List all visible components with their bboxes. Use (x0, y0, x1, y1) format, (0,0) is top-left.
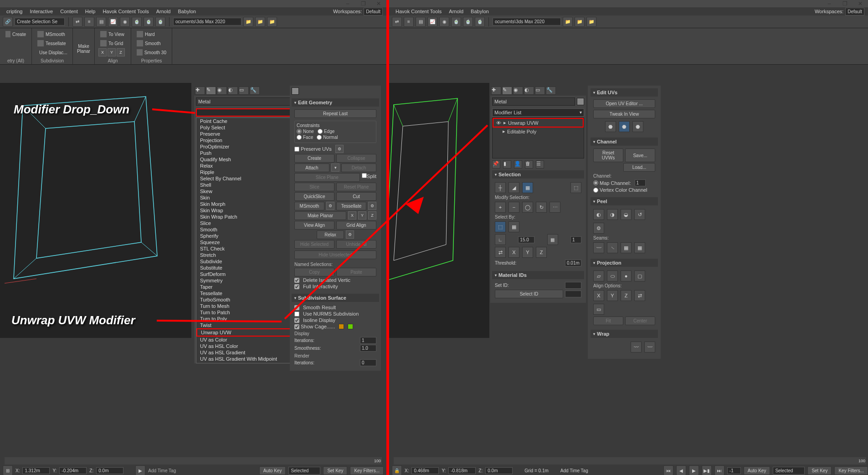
stack-unwrap-uvw[interactable]: 👁 ▸ Unwrap UVW (493, 118, 584, 128)
so-element-icon[interactable]: ⬚ (570, 182, 581, 193)
mirror-x-btn[interactable]: X (508, 247, 519, 258)
smoothness-spinner[interactable] (360, 345, 376, 352)
menu-babylon-r[interactable]: Babylon (468, 9, 492, 14)
add-timetag-right[interactable]: Add Time Tag (560, 468, 588, 473)
preserve-uvs-settings[interactable]: ⚙ (335, 145, 344, 153)
render-prod-icon[interactable]: 🍵 (155, 17, 165, 27)
view-align-btn[interactable]: View Align (294, 221, 334, 230)
seam-convert-icon[interactable]: ▦ (634, 242, 645, 253)
viewport-left[interactable] (0, 83, 191, 338)
preserve-uvs-check[interactable]: Preserve UVs (294, 146, 332, 152)
so-edge-icon[interactable]: ◢ (508, 182, 519, 193)
quick-pelt-icon[interactable]: ⬣ (619, 121, 630, 132)
object-name-right[interactable] (492, 97, 575, 106)
material-ids-header[interactable]: Material IDs (492, 271, 584, 279)
play-icon[interactable]: ▶ (689, 465, 699, 475)
unhide-all-btn[interactable]: Unhide All (336, 240, 376, 249)
mirror-tool-icon[interactable]: ⇄ (495, 247, 506, 258)
create-tab[interactable]: ✚ (195, 87, 205, 95)
goto-end-icon[interactable]: ⏭ (714, 465, 724, 475)
menu-help[interactable]: Help (82, 9, 98, 14)
create-tab-r[interactable]: ✚ (491, 87, 501, 95)
project-path-right[interactable]: ocuments\3ds Max 2020 (493, 18, 561, 26)
motion-tab[interactable]: ◐ (228, 87, 238, 95)
link-icon[interactable]: 🔗 (3, 17, 13, 27)
curve-editor-icon[interactable]: 📈 (108, 17, 118, 27)
msmooth-settings-icon[interactable]: ⚙ (326, 202, 334, 210)
create-button[interactable]: Create (4, 30, 28, 38)
render-iter-spinner[interactable] (360, 359, 376, 366)
repeat-last-btn[interactable]: Repeat Last (294, 109, 376, 118)
attach-btn[interactable]: Attach (294, 163, 329, 172)
prev-frame-icon[interactable]: ◀ (676, 465, 686, 475)
menu-havok[interactable]: Havok Content Tools (100, 9, 151, 14)
pin-stack-icon[interactable]: 📌 (492, 160, 500, 169)
keyfilters-btn-right[interactable]: Key Filters... (834, 466, 868, 475)
align-icon[interactable]: ≡ (84, 17, 94, 27)
x-coord-left[interactable] (22, 467, 50, 474)
remove-mod-icon[interactable]: 🗑 (525, 160, 533, 169)
subdiv-surface-header[interactable]: Subdivision Surface (292, 294, 379, 302)
msmooth2-btn[interactable]: MSmooth (294, 202, 324, 210)
count-spinner[interactable] (570, 236, 581, 243)
center-btn[interactable]: Center (625, 317, 655, 325)
z-coord-left[interactable] (96, 467, 123, 474)
planar-x[interactable]: X (348, 211, 356, 220)
workspace-select-left[interactable]: Default (364, 8, 383, 15)
make-planar-btn[interactable]: Make Planar (294, 211, 346, 220)
render-icon-r[interactable]: 🍵 (463, 17, 473, 27)
count-icon[interactable]: ▦ (547, 234, 558, 245)
minimize-btn-left[interactable]: – (342, 0, 354, 7)
map-channel-radio[interactable]: Map Channel: (593, 180, 631, 186)
peel-3-icon[interactable]: ◒ (621, 209, 632, 220)
full-interactivity-check[interactable]: Full Interactivity (294, 284, 376, 289)
attach-list-icon[interactable]: ▾ (331, 163, 339, 172)
autokey-btn-left[interactable]: Auto Key (259, 466, 286, 475)
restore-btn-right[interactable]: ❐ (839, 0, 851, 7)
material-editor-icon-r[interactable]: ◉ (439, 17, 449, 27)
modifier-list-dd-right[interactable]: Modifier List (492, 108, 584, 117)
material-editor-icon[interactable]: ◉ (120, 17, 130, 27)
proj-align-z[interactable]: Z (621, 290, 632, 301)
menu-arnold-r[interactable]: Arnold (446, 9, 466, 14)
vertex-color-radio[interactable]: Vertex Color Channel (593, 187, 647, 193)
close-btn-right[interactable]: ✕ (854, 0, 866, 7)
grid-align-btn[interactable]: Grid Align (336, 221, 376, 230)
tweak-in-view-btn[interactable]: Tweak In View (593, 110, 655, 118)
stack-editable-poly[interactable]: ▸ Editable Poly (493, 128, 584, 135)
setkey-btn-right[interactable]: Set Key (807, 466, 832, 475)
projection-header[interactable]: Projection (591, 259, 658, 267)
peel-1-icon[interactable]: ◐ (593, 209, 604, 220)
quick-peel-icon[interactable]: ⬣ (605, 121, 616, 132)
peel-reset-icon[interactable]: ↺ (634, 209, 645, 220)
color-swatch-right[interactable] (577, 98, 584, 105)
add-timetag-left[interactable]: Add Time Tag (148, 468, 176, 473)
save-uvws-btn[interactable]: Save... (625, 148, 655, 162)
proj-cylinder-icon[interactable]: ⬭ (607, 271, 618, 281)
seam-p2p-icon[interactable]: ⟍ (607, 242, 618, 253)
planar-y[interactable]: Y (358, 211, 366, 220)
goto-start-icon[interactable]: ⏮ (663, 465, 673, 475)
autokey-btn-right[interactable]: Auto Key (744, 466, 770, 475)
next-frame-icon[interactable]: ▶▮ (702, 465, 712, 475)
slice-plane-btn[interactable]: Slice Plane (294, 173, 360, 182)
split-check[interactable]: Split (362, 173, 376, 182)
minimize-btn-right[interactable]: – (823, 0, 835, 7)
pelt-icon[interactable]: ⚙ (593, 223, 604, 234)
constraint-normal[interactable]: Normal (317, 135, 338, 140)
peel-2-icon[interactable]: ◑ (607, 209, 618, 220)
align-z[interactable]: Z (117, 48, 125, 56)
modify-tab[interactable]: ✎ (206, 87, 216, 95)
menu-content[interactable]: Content (57, 9, 81, 14)
smooth30-btn[interactable]: Smooth 30 (135, 48, 168, 56)
quickslice-btn[interactable]: QuickSlice (294, 192, 334, 201)
eye-icon[interactable]: 👁 (495, 120, 502, 126)
viewport-right[interactable] (389, 83, 489, 338)
display-tab-r[interactable]: ▭ (535, 87, 545, 95)
proj-box-icon[interactable]: ▢ (634, 271, 645, 281)
use-nurms-check[interactable]: Use NURMS Subdivision (294, 311, 376, 317)
mirror-y-btn[interactable]: Y (522, 247, 533, 258)
map-channel-spinner[interactable] (635, 179, 646, 186)
open-icon-r2[interactable]: 📁 (575, 17, 585, 27)
wrap-unfold-icon[interactable]: 〰 (644, 342, 655, 352)
